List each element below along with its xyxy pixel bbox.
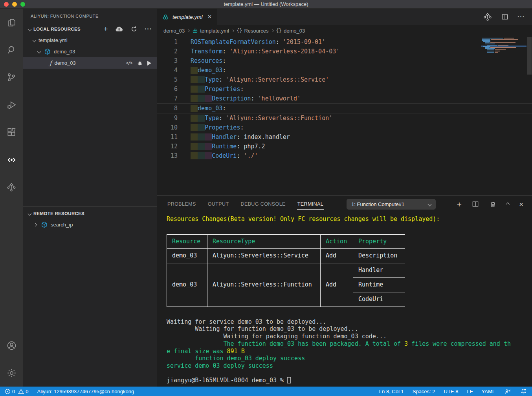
warning-count: 0	[26, 389, 28, 394]
extensions-icon[interactable]	[0, 119, 23, 146]
close-window-button[interactable]	[4, 2, 9, 7]
ros-file-icon	[192, 28, 198, 34]
panel-tab-debug-console[interactable]: DEBUG CONSOLE	[240, 199, 286, 210]
code-line-text: Type: 'Aliyun::Serverless::Function'	[178, 113, 332, 123]
open-code-icon[interactable]: </>	[126, 60, 132, 66]
indentation-status[interactable]: Spaces: 2	[413, 389, 435, 394]
minimap-line	[483, 41, 490, 42]
close-panel-icon[interactable]: ×	[519, 201, 523, 208]
tree-item-service-demo-03[interactable]: demo_03	[23, 46, 157, 57]
code-line[interactable]: 4 demo_03:	[157, 66, 532, 75]
code-line-text: Resources:	[178, 56, 226, 66]
editor-scrollbar[interactable]	[527, 37, 532, 75]
more-actions-icon[interactable]: ···	[517, 13, 525, 20]
encoding-status[interactable]: UTF-8	[444, 389, 459, 394]
split-terminal-icon[interactable]	[471, 200, 479, 208]
window-title: template.yml — Untitled (Workspace)	[0, 1, 532, 7]
ros-file-icon	[162, 14, 169, 20]
explorer-icon[interactable]	[0, 9, 23, 36]
problems-indicator[interactable]: 0 0	[5, 389, 28, 394]
remote-resources-header[interactable]: REMOTE RESOURCES	[23, 208, 157, 219]
breadcrumb-item[interactable]: template.yml	[192, 28, 229, 34]
breadcrumb-item[interactable]: {}Resources	[237, 28, 269, 34]
more-actions-icon[interactable]: ···	[145, 26, 152, 33]
code-editor[interactable]: 1ROSTemplateFormatVersion: '2015-09-01'2…	[157, 36, 532, 195]
aliyun-serverless-icon[interactable]	[0, 146, 23, 173]
panel-tab-terminal[interactable]: TERMINAL	[297, 199, 324, 210]
terminal-selector-dropdown[interactable]: 1: Function Compute#1	[347, 199, 436, 210]
terminal-line: service demo_03 deploy success	[167, 362, 532, 370]
eol-status[interactable]: LF	[467, 389, 473, 394]
panel-tab-output[interactable]: OUTPUT	[207, 199, 229, 210]
code-line[interactable]: 13 CodeUri: './'	[157, 151, 532, 161]
settings-gear-icon[interactable]	[0, 359, 23, 387]
language-mode-status[interactable]: YAML	[482, 389, 495, 394]
status-bar: 0 0 Aliyun: 1295939377467795@cn-hongkong…	[0, 387, 532, 396]
panel-actions: + ×	[457, 200, 532, 208]
feedback-icon[interactable]	[504, 388, 511, 395]
table-row: demo_03Aliyun::Serverless::FunctionAddHa…	[167, 263, 405, 277]
notifications-bell-icon[interactable]	[520, 388, 527, 395]
refresh-icon[interactable]	[130, 25, 138, 33]
code-line[interactable]: 10 Properties:	[157, 123, 532, 132]
minimize-window-button[interactable]	[12, 2, 17, 7]
minimap-line	[487, 52, 498, 53]
debug-bug-icon[interactable]	[136, 60, 143, 67]
split-editor-icon[interactable]	[501, 13, 509, 21]
source-control-icon[interactable]	[0, 64, 23, 91]
table-cell: Description	[353, 248, 405, 263]
kill-terminal-trash-icon[interactable]	[489, 201, 497, 208]
panel-tab-problems[interactable]: PROBLEMS	[167, 199, 196, 210]
aliyun-ros-icon[interactable]	[0, 173, 23, 201]
search-icon[interactable]	[0, 36, 23, 64]
close-tab-icon[interactable]: ×	[208, 13, 212, 21]
zoom-window-button[interactable]	[20, 2, 25, 7]
minimap-line	[482, 38, 514, 38]
terminal-line: The function demo_03 has been packaged. …	[167, 340, 532, 348]
maximize-panel-chevron-icon[interactable]	[506, 202, 510, 206]
tab-template-yml[interactable]: template.yml ×	[157, 9, 217, 25]
function-icon: ƒ	[50, 60, 52, 67]
tree-item-search-ip[interactable]: search_ip	[23, 219, 157, 230]
ros-deploy-action-icon[interactable]	[483, 12, 492, 22]
code-line[interactable]: 12 Runtime: php7.2	[157, 142, 532, 151]
cube-icon	[44, 48, 51, 55]
table-cell: Add	[321, 248, 353, 263]
code-line[interactable]: 5 Type: 'Aliyun::Serverless::Service'	[157, 75, 532, 84]
minimap[interactable]	[482, 37, 526, 57]
chevron-down-icon	[428, 202, 432, 206]
tree-item-function-demo-03[interactable]: ƒ demo_03 </>	[23, 57, 157, 69]
add-resource-icon[interactable]: +	[104, 25, 108, 33]
minimap-line	[485, 44, 495, 44]
code-line[interactable]: 3Resources:	[157, 56, 532, 66]
line-number: 2	[157, 47, 178, 56]
invoke-play-icon[interactable]	[147, 61, 151, 66]
table-header-cell: ResourceType	[207, 234, 321, 248]
code-line[interactable]: 2Transform: 'Aliyun::Serverless-2018-04-…	[157, 47, 532, 56]
deploy-cloud-upload-icon[interactable]	[115, 25, 123, 33]
code-line[interactable]: 9 Type: 'Aliyun::Serverless::Function'	[157, 113, 532, 123]
table-header-cell: Property	[353, 234, 405, 248]
aliyun-account-status[interactable]: Aliyun: 1295939377467795@cn-hongkong	[37, 389, 134, 394]
code-line-text: Properties:	[178, 84, 244, 94]
breadcrumb-item[interactable]: {}demo_03	[276, 28, 305, 34]
sidebar-title: ALIYUN: FUNCTION COMPUTE	[23, 9, 157, 24]
accounts-icon[interactable]	[0, 332, 23, 359]
code-line[interactable]: 7 Description: 'helloworld'	[157, 94, 532, 103]
terminal-output[interactable]: Resources Changes(Beta version! Only FC …	[157, 213, 532, 387]
breadcrumb-item[interactable]: demo_03	[163, 28, 185, 34]
code-line[interactable]: 11 Handler: index.handler	[157, 132, 532, 142]
sidebar-function-compute: ALIYUN: FUNCTION COMPUTE LOCAL RESOURCES…	[23, 9, 157, 387]
cursor-position-status[interactable]: Ln 8, Col 1	[379, 389, 404, 394]
table-row: demo_03Aliyun::Serverless::ServiceAddDes…	[167, 248, 405, 263]
new-terminal-icon[interactable]: +	[457, 200, 462, 208]
code-line[interactable]: 8 demo_03:	[157, 103, 532, 113]
code-line-text: demo_03:	[178, 66, 226, 75]
code-line[interactable]: 6 Properties:	[157, 84, 532, 94]
tree-item-template-yml[interactable]: template.yml	[23, 35, 157, 46]
code-line[interactable]: 1ROSTemplateFormatVersion: '2015-09-01'	[157, 37, 532, 47]
line-number: 11	[157, 132, 178, 142]
run-debug-icon[interactable]	[0, 91, 23, 119]
local-resources-header[interactable]: LOCAL RESOURCES + ···	[23, 24, 157, 35]
terminal-line: jiangyu@B-165MLVDL-0004 demo_03 %	[167, 377, 532, 384]
